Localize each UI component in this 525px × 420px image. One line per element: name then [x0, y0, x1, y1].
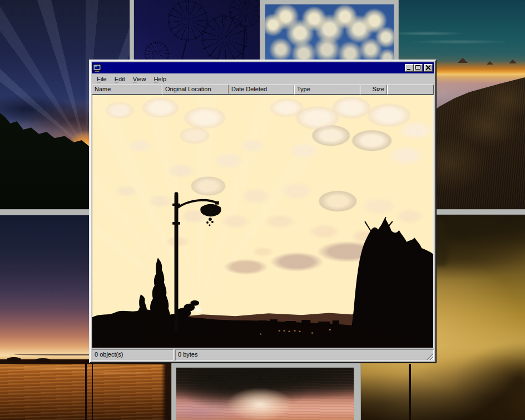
list-header-row: Name Original Location Date Deleted Type…: [92, 85, 434, 95]
wallpaper-tile-water-reflection: [176, 368, 354, 420]
minimize-button[interactable]: [405, 64, 414, 72]
mountain-peak: [458, 58, 468, 63]
column-header-filler: [387, 85, 434, 95]
window-titlebar[interactable]: [92, 62, 434, 73]
window-icon: [93, 64, 102, 72]
status-bar: 0 object(s) 0 bytes: [92, 349, 434, 360]
mountain-peak: [509, 60, 517, 63]
sunset-photo-silhouettes: [92, 95, 433, 348]
pole-silhouette: [409, 364, 411, 420]
close-icon: [425, 65, 430, 70]
file-list-area[interactable]: [92, 95, 434, 348]
maximize-icon: [415, 65, 420, 70]
desktop: File Edit View Help Name Original Locati…: [0, 0, 525, 420]
recycle-bin-window: File Edit View Help Name Original Locati…: [89, 60, 437, 363]
pole-silhouette: [85, 359, 87, 420]
menu-view[interactable]: View: [130, 75, 150, 83]
menu-edit[interactable]: Edit: [112, 75, 128, 83]
tree-clump: [34, 358, 51, 362]
column-header-original-location[interactable]: Original Location: [162, 85, 229, 95]
column-header-type[interactable]: Type: [294, 85, 360, 95]
pole-silhouette: [92, 362, 93, 420]
maximize-button[interactable]: [414, 64, 423, 72]
menu-bar: File Edit View Help: [92, 73, 434, 85]
column-header-size[interactable]: Size: [360, 85, 387, 95]
close-button[interactable]: [424, 64, 433, 72]
menu-help[interactable]: Help: [151, 75, 170, 83]
tree-trunk-silhouette: [161, 357, 171, 420]
status-objects: 0 object(s): [92, 349, 174, 360]
column-header-date-deleted[interactable]: Date Deleted: [229, 85, 294, 95]
status-bytes: 0 bytes: [175, 349, 434, 360]
column-header-name[interactable]: Name: [92, 85, 162, 95]
minimize-icon: [407, 69, 410, 70]
menu-file[interactable]: File: [94, 75, 110, 83]
mountain-peak: [487, 61, 493, 65]
